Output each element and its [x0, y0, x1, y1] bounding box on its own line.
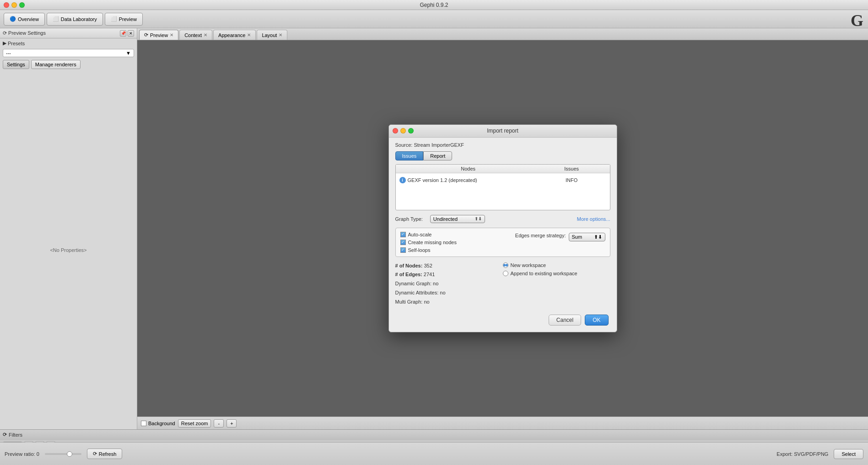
select-button[interactable]: Select [834, 449, 863, 459]
auto-scale-checkbox[interactable]: ✓ [400, 232, 406, 237]
tab-appearance[interactable]: Appearance ✕ [213, 30, 256, 40]
panel-close-button[interactable]: ✕ [128, 30, 134, 37]
canvas-bottom-toolbar: Background Reset zoom - + [137, 417, 868, 429]
tab-preview[interactable]: ⟳ Preview ✕ [139, 30, 178, 40]
maximize-button[interactable] [19, 2, 25, 8]
filters-icon: ⟳ [3, 432, 7, 438]
overview-button[interactable]: 🔵 Overview [4, 13, 45, 26]
panel-controls: 📌 ✕ [120, 30, 134, 37]
overview-icon: 🔵 [10, 16, 16, 22]
main-toolbar: 🔵 Overview ⬜ Data Laboratory ⬜ Preview G [0, 10, 868, 28]
modal-overlay: Import report Source: Stream ImporterGEX… [137, 40, 868, 417]
left-panel: ⟳ Preview Settings 📌 ✕ ▶ Presets --- ▼ S… [0, 28, 137, 429]
node-cell: i GEXF version 1.2 (deprecated) [399, 177, 537, 183]
presets-section: ▶ Presets [0, 38, 137, 48]
new-workspace-radio[interactable] [503, 262, 508, 268]
background-checkbox[interactable] [141, 421, 146, 426]
context-tab-close-icon[interactable]: ✕ [204, 32, 207, 37]
window-controls [4, 2, 25, 8]
data-laboratory-button[interactable]: ⬜ Data Laboratory [47, 13, 103, 26]
no-properties-label: <No Properties> [0, 71, 137, 429]
edges-merge-label: Edges merge strategy: [515, 233, 566, 238]
issues-tab-button[interactable]: Issues [395, 151, 424, 160]
graph-type-row: Graph Type: Undirected ⬆⬇ More options..… [395, 215, 610, 223]
ok-button[interactable]: OK [585, 315, 608, 326]
minimize-button[interactable] [11, 2, 17, 8]
edges-stat-row: # of Edges: 2741 [395, 270, 503, 279]
close-button[interactable] [4, 2, 9, 8]
issues-table-header: Nodes Issues [396, 165, 610, 173]
create-missing-nodes-row: ✓ Create missing nodes [400, 240, 503, 245]
preview-tab-close-icon[interactable]: ✕ [170, 32, 173, 37]
panel-pin-button[interactable]: 📌 [120, 30, 126, 37]
dialog-body: Source: Stream ImporterGEXF Issues Repor… [389, 138, 617, 332]
main-content: ⟳ Preview Settings 📌 ✕ ▶ Presets --- ▼ S… [0, 28, 868, 429]
graph-type-dropdown[interactable]: Undirected ⬆⬇ [430, 215, 485, 223]
edges-merge-dropdown[interactable]: Sum ⬆⬇ [569, 233, 605, 241]
settings-tab[interactable]: Settings [3, 60, 29, 69]
gephi-logo: G [851, 11, 863, 30]
table-row: i GEXF version 1.2 (deprecated) INFO [399, 176, 606, 184]
title-bar: Gephi 0.9.2 [0, 0, 868, 10]
self-loops-checkbox[interactable]: ✓ [400, 247, 406, 253]
tab-layout[interactable]: Layout ✕ [257, 30, 287, 40]
dialog-minimize-button[interactable] [400, 128, 406, 134]
manage-renderers-tab[interactable]: Manage renderers [31, 60, 81, 69]
dialog-close-button[interactable] [393, 128, 398, 134]
presets-arrow-icon: ▶ [3, 40, 6, 46]
report-tab-button[interactable]: Report [423, 151, 452, 160]
create-missing-nodes-checkbox[interactable]: ✓ [400, 240, 406, 245]
issues-column-header: Issues [537, 166, 606, 171]
dialog-window-controls [393, 128, 414, 134]
settings-tabs: Settings Manage renderers [0, 58, 137, 71]
preview-icon: ⬜ [111, 16, 117, 22]
filters-bar: ⟳ Filters [0, 429, 868, 439]
reset-zoom-button[interactable]: Reset zoom [178, 419, 211, 428]
tab-context[interactable]: Context ✕ [179, 30, 212, 40]
center-area: ⟳ Preview ✕ Context ✕ Appearance ✕ Layou… [137, 28, 868, 429]
info-icon: i [399, 177, 406, 183]
graph-type-value: Undirected [433, 216, 474, 222]
stats-section: # of Nodes: 352 # of Edges: 2741 Dynamic… [395, 262, 610, 307]
preview-slider[interactable] [45, 453, 81, 455]
nodes-stat-row: # of Nodes: 352 [395, 262, 503, 271]
append-workspace-radio[interactable] [503, 271, 508, 276]
data-lab-icon: ⬜ [53, 16, 59, 22]
cancel-button[interactable]: Cancel [549, 315, 581, 326]
panel-header: ⟳ Preview Settings 📌 ✕ [0, 28, 137, 38]
import-dialog: Import report Source: Stream ImporterGEX… [388, 124, 617, 333]
tab-bar: ⟳ Preview ✕ Context ✕ Appearance ✕ Layou… [137, 28, 868, 40]
presets-dropdown[interactable]: --- ▼ [3, 49, 134, 57]
dropdown-arrow-icon: ▼ [126, 50, 131, 56]
refresh-icon: ⟳ [93, 451, 97, 457]
preview-slider-thumb[interactable] [67, 451, 72, 457]
preview-tab-icon: ⟳ [144, 32, 148, 38]
zoom-minus-button[interactable]: - [214, 419, 224, 428]
refresh-button[interactable]: ⟳ Refresh [87, 449, 123, 459]
dialog-title: Import report [487, 128, 518, 134]
dialog-tabs: Issues Report [395, 151, 610, 160]
nodes-column-header: Nodes [399, 166, 537, 171]
preview-bottom-bar: Preview ratio: 0 ⟳ Refresh Export: SVG/P… [0, 442, 868, 465]
dynamic-graph-row: Dynamic Graph: no [395, 279, 503, 289]
append-workspace-row: Append to existing workspace [503, 271, 610, 276]
dynamic-attrs-row: Dynamic Attributes: no [395, 289, 503, 298]
issue-cell: INFO [537, 177, 606, 183]
graph-type-label: Graph Type: [395, 216, 423, 222]
layout-tab-close-icon[interactable]: ✕ [279, 32, 282, 37]
merge-dropdown-arrow-icon: ⬆⬇ [594, 234, 602, 240]
new-workspace-row: New workspace [503, 262, 610, 268]
graph-type-dropdown-arrow-icon: ⬆⬇ [474, 216, 482, 221]
canvas-area: Import report Source: Stream ImporterGEX… [137, 40, 868, 417]
panel-title: ⟳ Preview Settings [3, 30, 46, 36]
more-options-link[interactable]: More options... [577, 216, 610, 222]
dialog-titlebar: Import report [389, 125, 617, 138]
issues-table: Nodes Issues i GEXF version 1.2 (depreca… [395, 164, 610, 210]
zoom-plus-button[interactable]: + [226, 419, 237, 428]
dialog-maximize-button[interactable] [408, 128, 414, 134]
export-label: Export: SVG/PDF/PNG [776, 451, 828, 457]
issues-table-body: i GEXF version 1.2 (deprecated) INFO [396, 173, 610, 210]
appearance-tab-close-icon[interactable]: ✕ [247, 32, 251, 37]
preview-button[interactable]: ⬜ Preview [105, 13, 143, 26]
auto-scale-row: ✓ Auto-scale [400, 232, 503, 237]
